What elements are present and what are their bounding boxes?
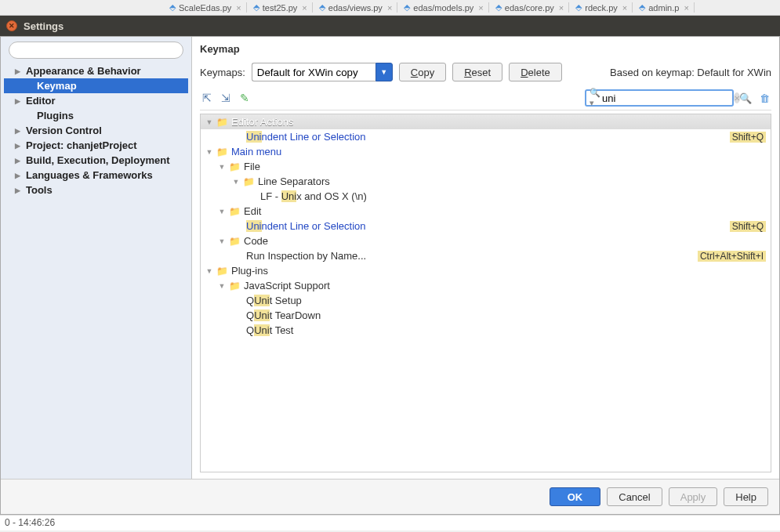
editor-tab[interactable]: ⬘edas/views.py× [314,2,398,13]
shortcut-badge: Ctrl+Alt+Shift+I [698,251,766,262]
find-by-shortcut-icon[interactable]: 🔍 [738,91,753,105]
shortcut-badge: Shift+Q [730,221,766,232]
copy-button[interactable]: Copy [399,63,446,81]
close-tab-icon[interactable]: × [478,3,483,13]
expand-all-icon[interactable]: ⇱ [200,91,214,105]
tree-row[interactable]: ▼📁File [201,159,771,174]
shortcut-badge: Shift+Q [730,132,766,143]
tree-row[interactable]: ▼📁Editor Actions [201,114,771,129]
tree-twisty-icon[interactable]: ▼ [232,178,240,186]
tree-row[interactable]: ▼📁Code [201,233,771,248]
trash-icon[interactable]: 🗑 [757,91,771,105]
window-title: Settings [24,20,63,32]
folder-icon: 📁 [229,161,241,172]
action-search-input[interactable] [602,92,734,104]
editor-tabs: ⬘ScaleEdas.py×⬘test25.py×⬘edas/views.py×… [0,0,780,16]
tree-twisty-icon[interactable]: ▼ [205,267,213,275]
expand-arrow-icon: ▶ [15,97,23,105]
tree-twisty-icon[interactable]: ▼ [218,237,226,245]
help-button[interactable]: Help [724,487,768,506]
close-tab-icon[interactable]: × [236,3,241,13]
sidebar-item-keymap[interactable]: Keymap [4,78,188,93]
sidebar-item-version-control[interactable]: ▶Version Control [4,123,188,138]
close-tab-icon[interactable]: × [387,3,392,13]
edit-icon[interactable]: ✎ [238,91,252,105]
tree-row[interactable]: ▼📁Plug-ins [201,263,771,278]
tree-twisty-icon[interactable]: ▼ [205,118,213,126]
expand-arrow-icon: ▶ [15,142,23,150]
keymap-toolbar: ⇱ ⇲ ✎ 🔍▾ ✕ 🔍 🗑 [200,89,771,110]
based-on-label: Based on keymap: Default for XWin [610,67,771,78]
tree-row[interactable]: Run Inspection by Name...Ctrl+Alt+Shift+… [201,248,771,263]
editor-tab[interactable]: ⬘edas/core.py× [491,2,569,13]
editor-tab[interactable]: ⬘rdeck.py× [571,2,633,13]
tree-row[interactable]: ▼📁Main menu [201,144,771,159]
expand-arrow-icon: ▶ [15,67,23,75]
folder-icon: 📁 [216,117,228,128]
folder-icon: 📁 [216,147,228,157]
settings-nav: ▶Appearance & BehaviorKeymap▶EditorPlugi… [4,63,188,197]
apply-button[interactable]: Apply [669,487,718,506]
tree-row[interactable]: QUnit Test [201,323,771,338]
tree-twisty-icon[interactable]: ▼ [218,208,226,215]
tree-row[interactable]: QUnit Setup [201,293,771,308]
settings-sidebar: 🔍 ▶Appearance & BehaviorKeymap▶EditorPlu… [1,37,192,479]
editor-tab[interactable]: ⬘test25.py× [249,2,313,13]
cancel-button[interactable]: Cancel [607,487,662,506]
folder-icon: 📁 [229,236,241,247]
tree-twisty-icon[interactable]: ▼ [218,282,226,290]
folder-icon: 📁 [216,266,228,277]
sidebar-item-tools[interactable]: ▶Tools [4,183,188,197]
tree-row[interactable]: LF - Unix and OS X (\n) [201,189,771,204]
dropdown-icon[interactable]: ▼ [375,63,393,81]
expand-arrow-icon: ▶ [15,172,23,179]
folder-icon: 📁 [243,176,255,187]
page-title: Keymap [200,43,771,55]
folder-icon: 📁 [229,206,241,217]
sidebar-item-plugins[interactable]: Plugins [4,108,188,123]
keymap-tree[interactable]: ▼📁Editor ActionsUnindent Line or Selecti… [200,114,771,472]
tree-row[interactable]: QUnit TearDown [201,308,771,323]
editor-tab[interactable]: ⬘edas/models.py× [399,2,488,13]
tree-row[interactable]: ▼📁Edit [201,204,771,219]
dialog-footer: OK Cancel Apply Help [1,479,779,514]
tree-twisty-icon[interactable]: ▼ [205,148,213,156]
delete-button[interactable]: Delete [509,63,562,81]
editor-tab[interactable]: ⬘admin.p× [634,2,695,13]
window-titlebar: ✕ Settings [0,16,780,36]
tree-row[interactable]: Unindent Line or SelectionShift+Q [201,129,771,144]
search-icon: 🔍▾ [590,88,600,108]
sidebar-item-languages-frameworks[interactable]: ▶Languages & Frameworks [4,168,188,183]
status-bar: 0 - 14:46:26 [0,515,780,530]
keymaps-combo[interactable]: ▼ [252,63,393,81]
sidebar-item-build-execution-deployment[interactable]: ▶Build, Execution, Deployment [4,153,188,168]
keymaps-label: Keymaps: [200,67,245,78]
settings-dialog: 🔍 ▶Appearance & BehaviorKeymap▶EditorPlu… [0,36,780,515]
ok-button[interactable]: OK [550,487,601,506]
keymaps-input[interactable] [252,63,375,81]
collapse-all-icon[interactable]: ⇲ [219,91,233,105]
action-search: 🔍▾ ✕ [585,89,734,107]
close-tab-icon[interactable]: × [622,3,627,13]
sidebar-item-project-chanjetproject[interactable]: ▶Project: chanjetProject [4,138,188,153]
folder-icon: 📁 [229,280,241,291]
editor-tab[interactable]: ⬘ScaleEdas.py× [165,2,247,13]
close-tab-icon[interactable]: × [684,3,688,13]
sidebar-item-appearance-behavior[interactable]: ▶Appearance & Behavior [4,63,188,78]
expand-arrow-icon: ▶ [15,127,23,135]
close-tab-icon[interactable]: × [302,3,307,13]
sidebar-search-input[interactable] [9,42,183,59]
expand-arrow-icon: ▶ [15,186,23,194]
tree-row[interactable]: ▼📁Line Separators [201,174,771,189]
expand-arrow-icon: ▶ [15,157,23,165]
keymap-panel: Keymap Keymaps: ▼ Copy Reset Delete Base… [192,37,779,479]
close-tab-icon[interactable]: × [559,3,564,13]
sidebar-item-editor[interactable]: ▶Editor [4,93,188,108]
tree-row[interactable]: ▼📁JavaScript Support [201,278,771,293]
tree-twisty-icon[interactable]: ▼ [218,163,226,171]
reset-button[interactable]: Reset [452,63,502,81]
tree-row[interactable]: Unindent Line or SelectionShift+Q [201,219,771,233]
close-icon[interactable]: ✕ [6,20,17,31]
